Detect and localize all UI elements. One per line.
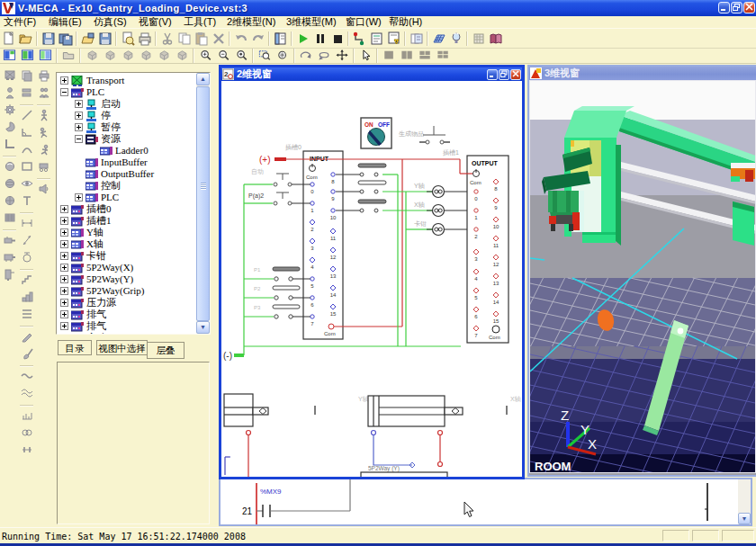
tbv-zoom-out-button[interactable] — [214, 49, 232, 63]
side-boxtex-button[interactable] — [2, 210, 17, 225]
view3d-window[interactable]: 3维视窗 — [527, 65, 756, 477]
tree-expand-toggle[interactable] — [60, 76, 68, 85]
view2d-minimize-button[interactable] — [487, 69, 498, 80]
side-wave1-button[interactable] — [19, 369, 34, 383]
tree-item-PLC[interactable]: PLC — [57, 86, 197, 98]
scroll-thumb[interactable] — [196, 86, 210, 321]
tbv-box-iso5-button[interactable] — [155, 49, 173, 63]
tab-catalog[interactable]: 目录 — [58, 340, 92, 355]
tree-item-暂停[interactable]: 暂停 — [57, 121, 197, 133]
tree-expand-toggle[interactable] — [75, 193, 83, 201]
tree-expand-toggle[interactable] — [60, 310, 68, 318]
side-printer-button[interactable] — [36, 68, 51, 83]
tree-item-卡钳[interactable]: 卡钳 — [57, 250, 197, 262]
ladder-scroll-down[interactable]: ▼ — [738, 513, 751, 524]
tree-item-5P2Way(X)[interactable]: 5P2Way(X) — [57, 262, 197, 273]
tree-expand-toggle[interactable] — [60, 240, 68, 248]
tb-save-project-button[interactable] — [96, 30, 113, 48]
side-wave2-button[interactable] — [19, 386, 34, 400]
side-gear-button[interactable] — [2, 103, 17, 117]
side-angle-button[interactable] — [19, 125, 34, 139]
side-stair2-button[interactable] — [19, 290, 34, 304]
menu-8[interactable]: 窗口(W) — [346, 16, 382, 28]
side-pie-button[interactable] — [2, 120, 17, 134]
tree-item-资源[interactable]: 资源 — [57, 133, 197, 145]
tbv-tile-two-button[interactable] — [398, 49, 416, 63]
side-ball1-button[interactable] — [2, 159, 17, 174]
side-cards2-button[interactable] — [19, 85, 34, 100]
tbv-box-iso6-button[interactable] — [173, 49, 191, 63]
tree-expand-toggle[interactable] — [60, 88, 68, 96]
side-machine-button[interactable] — [2, 68, 17, 83]
side-meas1-button[interactable] — [19, 408, 34, 423]
tb-pages-button[interactable] — [408, 30, 425, 48]
tb-copy-button[interactable] — [176, 30, 193, 48]
tree-expand-toggle[interactable] — [60, 322, 68, 330]
tree-item-Y轴[interactable]: Y轴 — [57, 227, 197, 238]
tbv-tile-one-button[interactable] — [380, 49, 398, 63]
side-dim2-button[interactable] — [19, 233, 34, 247]
tree-expand-toggle[interactable] — [75, 112, 83, 120]
tbv-box-iso4-button[interactable] — [137, 49, 155, 63]
tbv-rotate-x-button[interactable] — [297, 49, 315, 63]
scroll-down-button[interactable]: ▼ — [196, 321, 210, 334]
side-stair1-button[interactable] — [19, 273, 34, 287]
tree-expand-toggle[interactable] — [75, 100, 83, 108]
side-piston2-button[interactable] — [2, 250, 17, 264]
tree-item-停[interactable]: 停 — [57, 110, 197, 121]
tb-save-button[interactable] — [40, 30, 57, 48]
tree-item-插槽0[interactable]: 插槽0 — [57, 203, 197, 215]
tree-item-InputBuffer[interactable]: InputBuffer — [57, 157, 197, 168]
tb-save-all-button[interactable] — [57, 30, 74, 48]
side-walk1-button[interactable] — [36, 108, 51, 122]
tb-script-check-button[interactable] — [385, 30, 402, 48]
menu-4[interactable]: 视窗(V) — [139, 16, 172, 28]
tree-expand-toggle[interactable] — [60, 299, 68, 307]
view3d-titlebar[interactable]: 3维视窗 — [529, 67, 756, 80]
tree-item-排气[interactable]: 排气 — [57, 309, 197, 320]
ladder-window[interactable]: 21 %MX9 ▼ — [219, 478, 752, 526]
menu-2[interactable]: 编辑(E) — [49, 16, 82, 28]
menu-5[interactable]: 工具(T) — [184, 16, 216, 28]
tbv-pan-button[interactable] — [333, 49, 351, 63]
tree-item-压力源[interactable]: 压力源 — [57, 297, 197, 309]
side-people-button[interactable] — [36, 85, 51, 100]
tree-item-5P2Way(Y)[interactable]: 5P2Way(Y) — [57, 273, 197, 285]
tbv-zoom-full-button[interactable] — [232, 49, 250, 63]
view2d-window[interactable]: 2 2维视窗 ON OFF — [219, 65, 525, 479]
side-ball3-button[interactable] — [2, 193, 17, 208]
view2d-titlebar[interactable]: 2 2维视窗 — [221, 67, 522, 81]
tbv-folder-button[interactable] — [59, 49, 77, 63]
tab-select-in-view[interactable]: 视图中选择 — [96, 340, 148, 355]
side-eye-button[interactable] — [19, 176, 34, 191]
tb-open-project-button[interactable] — [79, 30, 96, 48]
tree-item-Ladder0[interactable]: Ladder0 — [57, 145, 197, 157]
tbv-zoom-dyn-button[interactable] — [274, 49, 292, 63]
side-corner-button[interactable] — [2, 137, 17, 151]
tb-report-button[interactable] — [272, 30, 289, 48]
tree-item-排气[interactable]: 排气 — [57, 320, 197, 332]
tb-script-button[interactable] — [368, 30, 385, 48]
tb-net-button[interactable] — [470, 30, 487, 48]
tbv-box-iso1-button[interactable] — [83, 49, 101, 63]
tb-run-button[interactable] — [294, 30, 311, 48]
tbv-rotate-y-button[interactable] — [315, 49, 333, 63]
tree-item-控制[interactable]: 控制 — [57, 180, 197, 192]
tbv-tile-quad-button[interactable] — [434, 49, 452, 63]
tb-cut-button[interactable] — [158, 30, 176, 48]
tree-item-PLC[interactable]: PLC — [57, 192, 197, 203]
side-cart-button[interactable] — [36, 159, 51, 174]
side-text-button[interactable] — [19, 193, 34, 208]
tbv-box-iso2-button[interactable] — [101, 49, 119, 63]
tree-item-OutputBuffer[interactable]: OutputBuffer — [57, 168, 197, 180]
tb-connect-button[interactable] — [351, 30, 368, 48]
side-stair3-button[interactable] — [19, 307, 34, 321]
tbv-layout-a-button[interactable] — [0, 49, 18, 63]
side-dim1-button[interactable] — [19, 216, 34, 230]
tb-paste-button[interactable] — [193, 30, 210, 48]
tb-print-preview-button[interactable] — [119, 30, 136, 48]
side-line-button[interactable] — [19, 108, 34, 122]
side-meas3-button[interactable] — [19, 443, 34, 457]
side-walk3-button[interactable] — [36, 142, 51, 157]
tree-item-Transport[interactable]: Transport — [57, 75, 197, 86]
